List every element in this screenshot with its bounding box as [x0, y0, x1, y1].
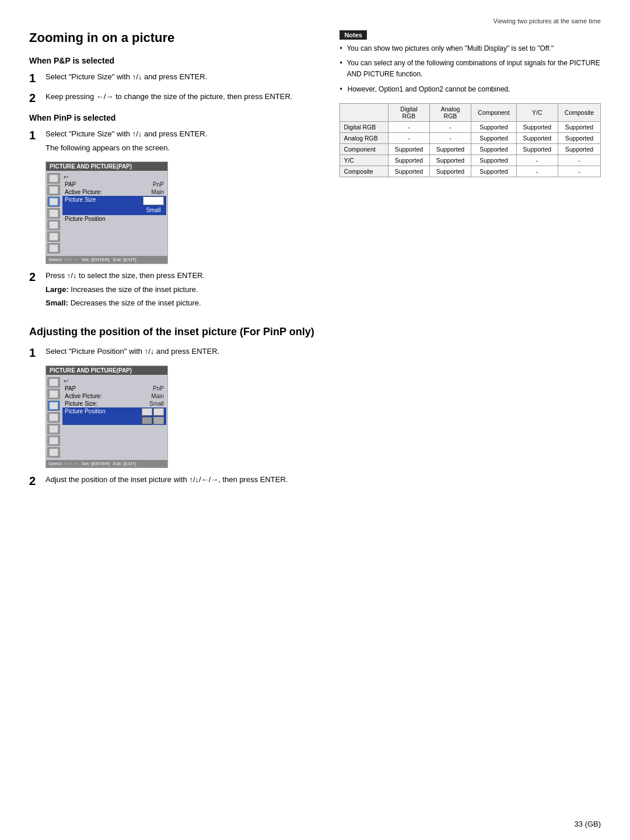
table-col-yc: Y/C: [516, 103, 558, 121]
menu-row-label: Active Picture:: [65, 393, 102, 399]
table-row: Y/C Supported Supported Supported - -: [340, 154, 601, 166]
menu-row-picturepos: Picture Position: [62, 407, 166, 425]
menu-icon-2: [47, 389, 60, 399]
cell: -: [516, 166, 558, 177]
notes-list: You can show two pictures only when "Mul…: [340, 43, 601, 95]
menu-icon-6: [47, 231, 60, 242]
pinp-step2: 2 Press ↑/↓ to select the size, then pre…: [29, 270, 316, 311]
cell: Supported: [429, 166, 471, 177]
menu-value-small: Small: [143, 206, 164, 215]
menu-row-active: Active Picture: Main: [62, 188, 166, 196]
left-column: Zooming in on a picture When P&P is sele…: [29, 30, 316, 494]
menu-footer-exit: Exit: [EXIT]: [113, 461, 136, 466]
pinp-heading: When PinP is selected: [29, 113, 316, 122]
table-col-analog: AnalogRGB: [429, 103, 471, 121]
pos-step2: 2 Adjust the position of the inset pictu…: [29, 474, 316, 488]
pinp-step1: 1 Select "Picture Size" with ↑/↓ and pre…: [29, 128, 316, 156]
small-label: Small:: [46, 298, 68, 307]
cell: Supported: [516, 132, 558, 143]
pinp-step2b-small: Small: Decreases the size of the inset p…: [46, 297, 316, 309]
cell: Supported: [471, 121, 517, 132]
menu-row-value: PnP: [153, 385, 164, 392]
table-row: Composite Supported Supported Supported …: [340, 166, 601, 177]
menu-icon-1: [47, 377, 60, 388]
menu-footer-exit: Exit: [EXIT]: [113, 257, 136, 262]
pinp-step1a-text: Select "Picture Size" with ↑/↓ and press…: [46, 128, 316, 140]
cell: -: [558, 166, 600, 177]
cell: Supported: [388, 166, 429, 177]
menu-footer-2: Select: ↑↓←→ Set: [ENTER] Exit: [EXIT]: [46, 460, 167, 468]
pinp-step1b-text: The following appears on the screen.: [46, 142, 316, 154]
menu-icon-2: [47, 185, 60, 195]
menu-row-label: PAP: [65, 181, 76, 188]
cell: Supported: [471, 143, 517, 154]
cell: Supported: [558, 132, 600, 143]
small-text: Decreases the size of the inset picture.: [71, 298, 201, 307]
notes-box: Notes You can show two pictures only whe…: [340, 30, 601, 95]
header-text: Viewing two pictures at the same time: [494, 17, 601, 24]
menu-title-1: PICTURE AND PICTURE(PAP): [46, 162, 167, 171]
menu-content-1: ↩ PAP PnP Active Picture: Main Picture S…: [62, 173, 166, 254]
table-col-component: Component: [471, 103, 517, 121]
pos-step1: 1 Select "Picture Position" with ↑/↓ and…: [29, 346, 316, 360]
step-number: 2: [29, 474, 42, 488]
menu-back-2: ↩: [62, 377, 166, 385]
large-text: Increases the size of the inset picture.: [71, 285, 198, 294]
cell: -: [429, 132, 471, 143]
section1-title: Zooming in on a picture: [29, 30, 316, 45]
cell: Supported: [471, 166, 517, 177]
pos-step1-text: Select "Picture Position" with ↑/↓ and p…: [46, 347, 219, 356]
cell: Supported: [388, 154, 429, 166]
menu-row-active: Active Picture: Main: [62, 392, 166, 400]
note-item-2: You can select any of the following comb…: [340, 58, 601, 80]
cell: Supported: [516, 143, 558, 154]
menu-row-label: Active Picture:: [65, 189, 102, 195]
section2-title: Adjusting the position of the inset pict…: [29, 325, 316, 339]
menu-row-label: Picture Size: [65, 196, 96, 215]
large-label: Large:: [46, 285, 69, 294]
menu-screenshot-2: PICTURE AND PICTURE(PAP) ↩ PAP: [46, 365, 168, 468]
cell: -: [429, 121, 471, 132]
menu-icons-1: [47, 173, 60, 254]
menu-row-label: PAP: [65, 385, 76, 392]
menu-footer-set: Set: [ENTER]: [82, 257, 110, 262]
menu-icon-3: [47, 196, 60, 207]
menu-icon-7: [47, 447, 60, 458]
menu-rows-1: PAP PnP Active Picture: Main Picture Siz…: [62, 181, 166, 223]
table-row: Analog RGB - - Supported Supported Suppo…: [340, 132, 601, 143]
menu-title-2: PICTURE AND PICTURE(PAP): [46, 366, 167, 375]
menu-icon-6: [47, 435, 60, 446]
cell: -: [388, 121, 429, 132]
cell: Supported: [429, 154, 471, 166]
row-header-component: Component: [340, 143, 388, 154]
pinp-step2b-large: Large: Increases the size of the inset p…: [46, 284, 316, 296]
menu-icon-4: [47, 208, 60, 219]
menu-row-label: Picture Position: [65, 408, 105, 424]
table-col-digital: DigitalRGB: [388, 103, 429, 121]
page-number: 33 (GB): [574, 820, 601, 828]
step-number: 2: [29, 270, 42, 284]
menu-icons-2: [47, 377, 60, 458]
pap-step1-text: Select "Picture Size" with ↑/↓ and press…: [46, 72, 207, 81]
menu-footer-set: Set: [ENTER]: [82, 461, 110, 466]
menu-row-pap: PAP PnP: [62, 385, 166, 392]
menu-row-label: Picture Position: [65, 216, 105, 222]
menu-value-large: Large: [143, 196, 164, 205]
cell: Supported: [471, 154, 517, 166]
cell: -: [516, 154, 558, 166]
table-col-composite: Composite: [558, 103, 600, 121]
pinp-step2a-text: Press ↑/↓ to select the size, then press…: [46, 270, 316, 282]
cell: Supported: [388, 143, 429, 154]
menu-row-label: Picture Size:: [65, 400, 97, 407]
pap-step2: 2 Keep pressing ←/→ to change the size o…: [29, 91, 316, 105]
menu-row-pap: PAP PnP: [62, 181, 166, 188]
menu-icon-3: [47, 400, 60, 411]
menu-row-position: Picture Position: [62, 215, 166, 223]
compat-table: DigitalRGB AnalogRGB Component Y/C Compo…: [340, 103, 601, 177]
menu-icon-5: [47, 424, 60, 434]
menu-footer-text: Select: ↑↓←→: [48, 461, 78, 466]
cell: -: [558, 154, 600, 166]
table-row: Component Supported Supported Supported …: [340, 143, 601, 154]
cell: Supported: [471, 132, 517, 143]
menu-icon-1: [47, 173, 60, 184]
